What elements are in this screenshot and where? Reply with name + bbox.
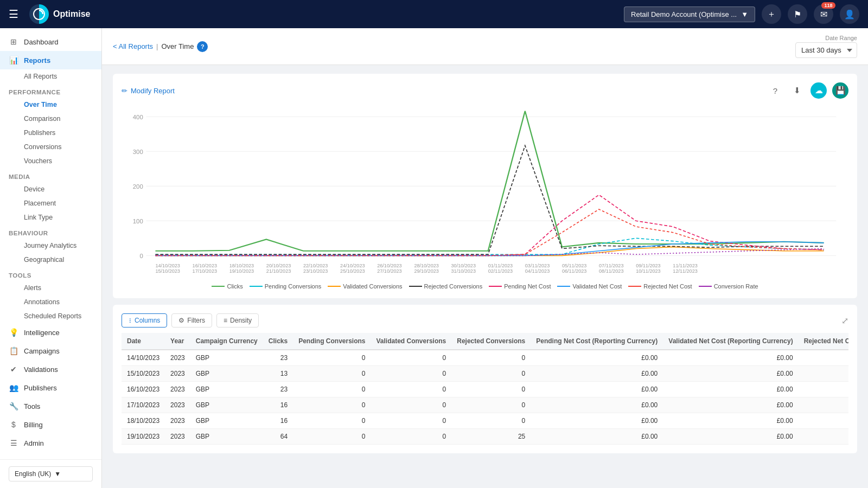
svg-text:19/10/2023: 19/10/2023 bbox=[229, 269, 254, 274]
sidebar-item-comparison[interactable]: Comparison bbox=[0, 112, 101, 126]
sidebar-item-placement[interactable]: Placement bbox=[0, 196, 101, 210]
download-icon-button[interactable]: ⬇ bbox=[789, 82, 805, 99]
notifications-button[interactable]: ⚑ bbox=[788, 4, 807, 24]
table-row: 19/10/20232023GBP640025£0.00£0.00£0.003 bbox=[122, 429, 848, 445]
admin-icon: ☰ bbox=[9, 439, 18, 447]
col-rejected-net[interactable]: Rejected Net Cost (Reporting Currency) bbox=[799, 333, 848, 350]
campaigns-icon: 📋 bbox=[9, 346, 18, 355]
modify-report-button[interactable]: ✏ Modify Report bbox=[122, 87, 175, 95]
sidebar-item-campaigns[interactable]: 📋 Campaigns bbox=[0, 342, 101, 360]
behaviour-section: Behaviour bbox=[0, 224, 101, 239]
logo-icon bbox=[29, 4, 49, 24]
col-currency[interactable]: Campaign Currency bbox=[190, 333, 263, 350]
upload-icon-button[interactable]: ☁ bbox=[810, 82, 827, 99]
table-card: ⫶ Columns ⚙ Filters ≡ Density ⤢ bbox=[113, 305, 857, 453]
chart-container: 400 300 200 100 0 14/10/2023 15/10/2023 … bbox=[122, 105, 848, 279]
svg-text:14/10/2023: 14/10/2023 bbox=[155, 263, 180, 268]
sidebar: ⊞ Dashboard 📊 Reports All Reports Perfor… bbox=[0, 28, 102, 488]
account-selector[interactable]: Retail Demo Account (Optimise ... ▼ bbox=[624, 7, 755, 22]
logo-text: Optimise bbox=[53, 9, 90, 19]
sidebar-item-validations[interactable]: ✔ Validations bbox=[0, 360, 101, 378]
reports-icon: 📊 bbox=[9, 56, 18, 65]
legend-pending-net: Pending Net Cost bbox=[489, 283, 551, 290]
user-profile-button[interactable]: 👤 bbox=[840, 4, 859, 24]
breadcrumb: < All Reports | Over Time ? bbox=[113, 41, 208, 52]
sidebar-item-billing[interactable]: $ Billing bbox=[0, 415, 101, 434]
col-pending-net[interactable]: Pending Net Cost (Reporting Currency) bbox=[531, 333, 663, 350]
sidebar-item-scheduled-reports[interactable]: Scheduled Reports bbox=[0, 309, 101, 323]
help-icon-button[interactable]: ? bbox=[767, 82, 783, 99]
legend-pending-conv: Pending Conversions bbox=[250, 283, 322, 290]
intelligence-icon: 💡 bbox=[9, 328, 18, 337]
svg-text:21/10/2023: 21/10/2023 bbox=[266, 269, 291, 274]
sidebar-item-publishers[interactable]: 👥 Publishers bbox=[0, 378, 101, 397]
report-area: ✏ Modify Report ? ⬇ ☁ 💾 bbox=[102, 65, 868, 488]
sidebar-item-link-type[interactable]: Link Type bbox=[0, 210, 101, 224]
sidebar-item-publishers-perf[interactable]: Publishers bbox=[0, 126, 101, 140]
columns-button[interactable]: ⫶ Columns bbox=[122, 313, 167, 328]
data-table: Date Year Campaign Currency Clicks Pendi… bbox=[122, 333, 848, 445]
col-rejected-conv[interactable]: Rejected Conversions bbox=[451, 333, 531, 350]
sidebar-item-reports[interactable]: 📊 Reports bbox=[0, 51, 101, 69]
sidebar-item-vouchers[interactable]: Vouchers bbox=[0, 154, 101, 168]
svg-text:05/11/2023: 05/11/2023 bbox=[562, 263, 586, 268]
save-icon-button[interactable]: 💾 bbox=[832, 82, 848, 99]
sidebar-item-intelligence[interactable]: 💡 Intelligence bbox=[0, 323, 101, 342]
add-button[interactable]: ＋ bbox=[762, 4, 781, 24]
expand-table-button[interactable]: ⤢ bbox=[841, 316, 848, 326]
help-button[interactable]: ? bbox=[197, 41, 208, 52]
chart-svg: 400 300 200 100 0 14/10/2023 15/10/2023 … bbox=[122, 105, 848, 279]
col-year[interactable]: Year bbox=[165, 333, 190, 350]
density-icon: ≡ bbox=[224, 317, 227, 324]
sidebar-item-conversions[interactable]: Conversions bbox=[0, 140, 101, 154]
publishers-icon: 👥 bbox=[9, 383, 18, 392]
conversions-label: Conversions bbox=[24, 143, 61, 151]
sidebar-item-annotations[interactable]: Annotations bbox=[0, 295, 101, 309]
svg-text:08/11/2023: 08/11/2023 bbox=[599, 269, 623, 274]
hamburger-button[interactable]: ☰ bbox=[9, 8, 18, 21]
legend-validated-net: Validated Net Cost bbox=[557, 283, 622, 290]
svg-text:09/11/2023: 09/11/2023 bbox=[636, 263, 660, 268]
messages-button[interactable]: ✉ bbox=[814, 4, 833, 24]
legend-rejected-conv: Rejected Conversions bbox=[409, 283, 483, 290]
legend-rejected-net: Rejected Net Cost bbox=[628, 283, 692, 290]
validations-icon: ✔ bbox=[9, 365, 18, 374]
columns-icon: ⫶ bbox=[129, 317, 132, 324]
svg-text:31/10/2023: 31/10/2023 bbox=[451, 269, 476, 274]
breadcrumb-all-reports[interactable]: < All Reports bbox=[113, 42, 153, 50]
billing-icon: $ bbox=[9, 420, 18, 429]
language-selector[interactable]: English (UK) ▼ bbox=[9, 466, 93, 481]
publishers-perf-label: Publishers bbox=[24, 129, 55, 137]
tools-section-label: Tools bbox=[0, 267, 101, 281]
media-section: Media bbox=[0, 168, 101, 182]
over-time-label: Over Time bbox=[24, 101, 57, 108]
table-toolbar: ⫶ Columns ⚙ Filters ≡ Density ⤢ bbox=[122, 313, 848, 328]
comparison-label: Comparison bbox=[24, 115, 60, 123]
sidebar-item-dashboard[interactable]: ⊞ Dashboard bbox=[0, 33, 101, 51]
svg-text:26/10/2023: 26/10/2023 bbox=[377, 263, 401, 268]
svg-text:16/10/2023: 16/10/2023 bbox=[193, 263, 217, 268]
col-validated-conv[interactable]: Validated Conversions bbox=[371, 333, 452, 350]
sidebar-item-tools[interactable]: 🔧 Tools bbox=[0, 397, 101, 415]
svg-text:25/10/2023: 25/10/2023 bbox=[340, 269, 365, 274]
table-row: 18/10/20232023GBP16000£0.00£0.00£0.00 bbox=[122, 413, 848, 429]
col-clicks[interactable]: Clicks bbox=[263, 333, 293, 350]
svg-text:0: 0 bbox=[139, 253, 143, 259]
sidebar-item-geographical[interactable]: Geographical bbox=[0, 253, 101, 267]
col-date[interactable]: Date bbox=[122, 333, 165, 350]
sidebar-item-over-time[interactable]: Over Time bbox=[0, 98, 101, 112]
svg-text:12/11/2023: 12/11/2023 bbox=[673, 269, 697, 274]
sidebar-item-journey[interactable]: Journey Analytics bbox=[0, 239, 101, 253]
dashboard-icon: ⊞ bbox=[9, 37, 18, 46]
sidebar-item-device[interactable]: Device bbox=[0, 182, 101, 196]
sidebar-item-admin[interactable]: ☰ Admin bbox=[0, 434, 101, 452]
col-pending-conv[interactable]: Pending Conversions bbox=[293, 333, 371, 350]
col-validated-net[interactable]: Validated Net Cost (Reporting Currency) bbox=[663, 333, 798, 350]
svg-text:02/11/2023: 02/11/2023 bbox=[488, 269, 513, 274]
sidebar-item-all-reports[interactable]: All Reports bbox=[0, 69, 101, 84]
density-button[interactable]: ≡ Density bbox=[216, 313, 259, 328]
table-row: 15/10/20232023GBP13000£0.00£0.00£0.00 bbox=[122, 366, 848, 382]
date-range-select[interactable]: Last 30 days bbox=[795, 42, 857, 58]
filters-button[interactable]: ⚙ Filters bbox=[171, 313, 212, 328]
sidebar-item-alerts[interactable]: Alerts bbox=[0, 281, 101, 295]
